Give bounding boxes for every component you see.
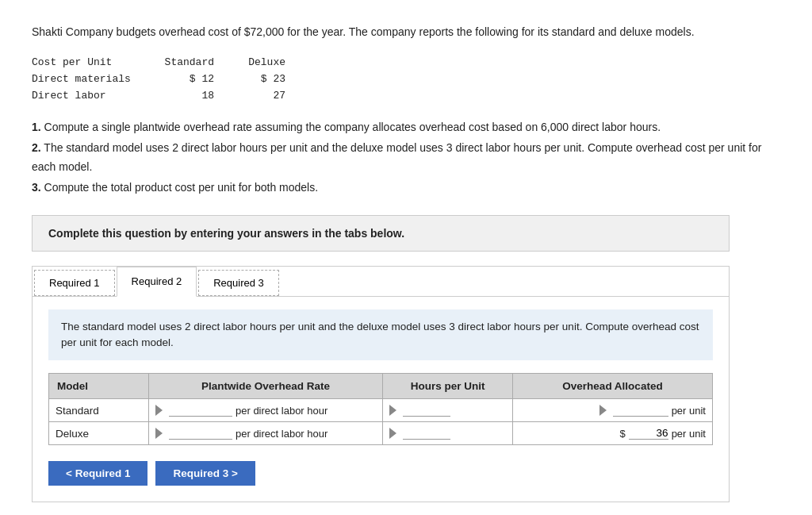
col-header-hours: Hours per Unit — [383, 374, 513, 399]
hours-input-standard[interactable] — [403, 404, 450, 417]
cost-table-header-deluxe: Deluxe — [222, 55, 285, 71]
tabs-row: Required 1 Required 2 Required 3 — [33, 267, 729, 297]
question-3: 3. Compute the total product cost per un… — [32, 179, 780, 198]
cost-table-header-standard: Standard — [159, 55, 222, 71]
tabs-container: Required 1 Required 2 Required 3 The sta… — [32, 266, 730, 503]
tab-description: The standard model uses 2 direct labor h… — [48, 309, 713, 361]
model-standard: Standard — [49, 399, 149, 422]
table-row-standard: Standard per direct labor hour — [49, 399, 713, 422]
arrow-flag-deluxe-rate — [155, 428, 163, 439]
col-header-overhead: Overhead Allocated — [513, 374, 713, 399]
back-required1-button[interactable]: < Required 1 — [48, 461, 147, 486]
model-deluxe: Deluxe — [49, 422, 149, 445]
intro-paragraph: Shakti Company budgets overhead cost of … — [32, 24, 780, 40]
cost-row-0-standard: $ 12 — [159, 71, 222, 88]
cost-table-header-label: Cost per Unit — [32, 55, 159, 71]
tab-required2[interactable]: Required 2 — [117, 267, 197, 297]
hours-input-deluxe[interactable] — [403, 427, 450, 440]
overhead-input-deluxe[interactable] — [629, 427, 668, 440]
table-row-deluxe: Deluxe per direct labor hour — [49, 422, 713, 445]
col-header-model: Model — [49, 374, 149, 399]
hours-cell-deluxe — [383, 422, 513, 445]
arrow-flag-standard-rate — [155, 405, 163, 416]
question-2: 2. The standard model uses 2 direct labo… — [32, 139, 780, 177]
tab2-content: The standard model uses 2 direct labor h… — [33, 297, 729, 446]
questions-section: 1. Compute a single plantwide overhead r… — [32, 118, 780, 197]
arrow-flag-deluxe-hours — [389, 428, 396, 439]
arrow-flag-standard-overhead — [599, 405, 607, 416]
cost-row-1-standard: 18 — [159, 88, 222, 105]
cost-row-1-deluxe: 27 — [222, 88, 285, 105]
overhead-suffix-standard: per unit — [672, 405, 706, 417]
rate-cell-deluxe: per direct labor hour — [148, 422, 382, 445]
instruction-box: Complete this question by entering your … — [32, 215, 730, 252]
tab-required1[interactable]: Required 1 — [34, 270, 115, 296]
forward-required3-button[interactable]: Required 3 > — [155, 461, 255, 486]
overhead-cell-standard: per unit — [513, 399, 713, 422]
col-header-rate: Plantwide Overhead Rate — [148, 374, 382, 399]
rate-input-deluxe[interactable] — [169, 427, 232, 440]
overhead-input-standard[interactable] — [613, 404, 668, 417]
arrow-flag-standard-hours — [389, 405, 396, 416]
instruction-text: Complete this question by entering your … — [48, 227, 404, 240]
question-1: 1. Compute a single plantwide overhead r… — [32, 118, 780, 137]
overhead-suffix-deluxe: per unit — [672, 428, 706, 440]
overhead-cell-deluxe: $ per unit — [513, 422, 713, 445]
answer-table: Model Plantwide Overhead Rate Hours per … — [48, 373, 713, 445]
cost-row-1-label: Direct labor — [32, 88, 159, 105]
intro-text: Shakti Company budgets overhead cost of … — [32, 25, 695, 38]
rate-suffix-standard: per direct labor hour — [236, 405, 327, 417]
cost-row-0-deluxe: $ 23 — [222, 71, 285, 88]
cost-table: Cost per Unit Standard Deluxe Direct mat… — [32, 55, 780, 104]
hours-cell-standard — [383, 399, 513, 422]
rate-cell-standard: per direct labor hour — [148, 399, 382, 422]
tab-required3[interactable]: Required 3 — [198, 270, 279, 296]
rate-input-standard[interactable] — [169, 404, 232, 417]
tab-description-text: The standard model uses 2 direct labor h… — [61, 321, 699, 348]
dollar-sign-deluxe: $ — [619, 428, 625, 440]
rate-suffix-deluxe: per direct labor hour — [236, 428, 327, 440]
cost-row-0-label: Direct materials — [32, 71, 159, 88]
nav-buttons: < Required 1 Required 3 > — [33, 461, 729, 502]
